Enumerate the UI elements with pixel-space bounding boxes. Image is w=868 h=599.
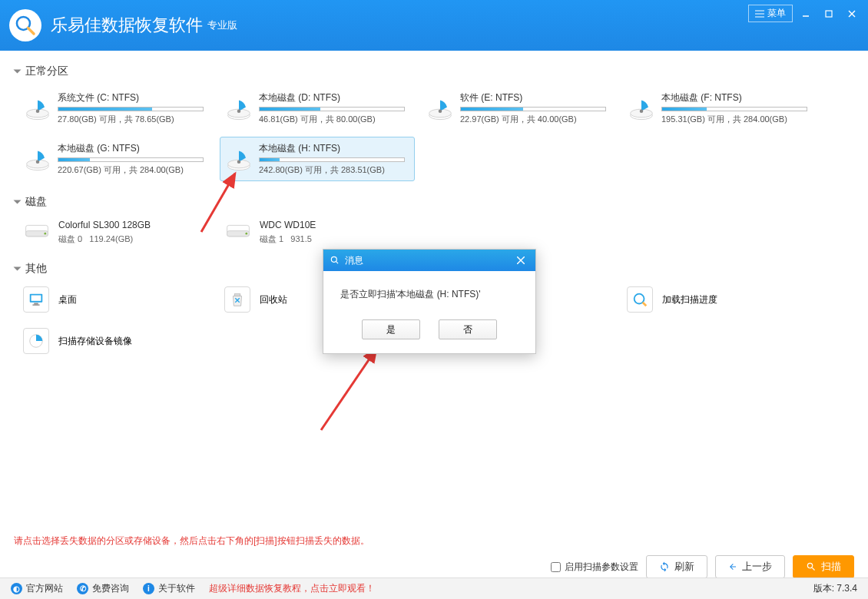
- consult-link[interactable]: ✆免费咨询: [77, 582, 129, 595]
- disk-stats: 磁盘 1 931.5: [260, 233, 316, 245]
- disk-name: Colorful SL300 128GB: [58, 220, 151, 230]
- svg-point-32: [245, 233, 247, 235]
- bottombar: 请点击选择丢失数据的分区或存储设备，然后点击右下角的[扫描]按钮扫描丢失的数据。…: [0, 530, 868, 577]
- drive-icon: [225, 96, 253, 124]
- svg-line-39: [643, 303, 647, 306]
- partition-name: 系统文件 (C: NTFS): [58, 91, 207, 104]
- partition-name: 软件 (E: NTFS): [460, 91, 609, 104]
- collapse-icon: [14, 267, 22, 271]
- dialog-message: 是否立即扫描'本地磁盘 (H: NTFS)': [323, 271, 535, 312]
- previous-button[interactable]: 上一步: [715, 555, 785, 578]
- svg-point-29: [44, 233, 46, 235]
- dialog-yes-button[interactable]: 是: [362, 319, 420, 339]
- other-label: 回收站: [260, 293, 287, 306]
- svg-point-26: [237, 161, 241, 164]
- dialog-close-button[interactable]: [512, 253, 529, 268]
- app-logo: [9, 9, 41, 41]
- svg-point-23: [36, 161, 40, 164]
- minimize-button[interactable]: [796, 5, 816, 22]
- svg-rect-6: [826, 11, 832, 17]
- dialog-no-button[interactable]: 否: [439, 319, 497, 339]
- disk-item[interactable]: WDC WD10E 磁盘 1 931.5: [220, 217, 415, 248]
- app-edition: 专业版: [207, 18, 237, 32]
- svg-rect-37: [234, 294, 240, 296]
- disk-item[interactable]: Colorful SL300 128GB 磁盘 0 119.24(GB): [18, 217, 214, 248]
- recycle-icon: [224, 286, 250, 313]
- svg-point-20: [640, 110, 644, 114]
- svg-rect-34: [31, 296, 41, 301]
- partition-item[interactable]: 本地磁盘 (D: NTFS) 46.81(GB) 可用，共 80.00(GB): [220, 86, 415, 131]
- other-item[interactable]: 桌面: [18, 283, 214, 316]
- arrow-left-icon: [728, 562, 737, 571]
- titlebar: 乐易佳数据恢复软件 专业版 菜单: [0, 0, 868, 51]
- section-partitions-header[interactable]: 正常分区: [15, 65, 853, 78]
- partition-item[interactable]: 本地磁盘 (F: NTFS) 195.31(GB) 可用，共 284.00(GB…: [622, 86, 817, 131]
- usage-bar: [259, 107, 405, 111]
- svg-line-44: [321, 349, 376, 430]
- collapse-icon: [14, 70, 22, 74]
- dialog-titlebar: 消息: [323, 250, 535, 271]
- website-link[interactable]: ◐官方网站: [11, 582, 63, 595]
- close-button[interactable]: [842, 5, 862, 22]
- partition-stats: 46.81(GB) 可用，共 80.00(GB): [259, 114, 408, 125]
- partition-stats: 27.80(GB) 可用，共 78.65(GB): [58, 114, 207, 125]
- app-title: 乐易佳数据恢复软件: [51, 14, 203, 37]
- statusbar: ◐官方网站 ✆免费咨询 i关于软件 超级详细数据恢复教程，点击立即观看！ 版本:…: [0, 577, 868, 599]
- svg-line-1: [28, 28, 34, 34]
- progress-icon: [627, 286, 653, 313]
- section-disks-header[interactable]: 磁盘: [15, 195, 853, 209]
- disk-icon: [224, 221, 252, 243]
- partition-item[interactable]: 本地磁盘 (H: NTFS) 242.80(GB) 可用，共 283.51(GB…: [220, 137, 415, 181]
- other-label: 加载扫描进度: [662, 293, 717, 306]
- globe-icon: ◐: [11, 583, 22, 594]
- partition-item[interactable]: 系统文件 (C: NTFS) 27.80(GB) 可用，共 78.65(GB): [18, 86, 214, 131]
- svg-point-11: [36, 110, 40, 114]
- other-label: 扫描存储设备镜像: [58, 335, 132, 348]
- svg-point-17: [439, 110, 442, 114]
- menu-button[interactable]: 菜单: [748, 5, 793, 22]
- enable-params-checkbox[interactable]: 启用扫描参数设置: [551, 561, 638, 574]
- drive-icon: [24, 147, 51, 174]
- confirm-dialog: 消息 是否立即扫描'本地磁盘 (H: NTFS)' 是 否: [323, 249, 536, 354]
- partition-item[interactable]: 软件 (E: NTFS) 22.97(GB) 可用，共 40.00(GB): [421, 86, 616, 131]
- partition-stats: 220.67(GB) 可用，共 284.00(GB): [58, 164, 207, 176]
- version-label: 版本: 7.3.4: [813, 582, 857, 595]
- partition-name: 本地磁盘 (D: NTFS): [259, 91, 408, 104]
- partition-name: 本地磁盘 (H: NTFS): [259, 142, 408, 155]
- partitions-grid: 系统文件 (C: NTFS) 27.80(GB) 可用，共 78.65(GB) …: [18, 86, 853, 181]
- drive-icon: [24, 96, 51, 124]
- drive-icon: [426, 96, 454, 124]
- usage-bar: [259, 157, 405, 162]
- disk-stats: 磁盘 0 119.24(GB): [58, 233, 151, 245]
- usage-bar: [460, 107, 606, 111]
- svg-point-38: [634, 294, 644, 304]
- usage-bar: [661, 107, 807, 111]
- info-icon: i: [143, 583, 154, 594]
- partition-name: 本地磁盘 (F: NTFS): [661, 91, 810, 104]
- drive-icon: [225, 147, 253, 174]
- partition-name: 本地磁盘 (G: NTFS): [58, 142, 207, 155]
- svg-rect-36: [32, 304, 39, 305]
- collapse-icon: [14, 200, 22, 204]
- dialog-icon: [330, 255, 340, 266]
- other-item[interactable]: 扫描存储设备镜像: [18, 325, 214, 357]
- about-link[interactable]: i关于软件: [143, 582, 195, 595]
- chat-icon: ✆: [77, 583, 88, 594]
- scan-button[interactable]: 扫描: [793, 555, 854, 578]
- svg-line-46: [336, 261, 338, 263]
- disk-name: WDC WD10E: [260, 220, 316, 230]
- refresh-button[interactable]: 刷新: [646, 555, 707, 578]
- usage-bar: [58, 107, 204, 111]
- desktop-icon: [23, 286, 49, 313]
- tutorial-link[interactable]: 超级详细数据恢复教程，点击立即观看！: [209, 582, 375, 595]
- other-label: 桌面: [58, 293, 77, 306]
- partition-item[interactable]: 本地磁盘 (G: NTFS) 220.67(GB) 可用，共 284.00(GB…: [18, 137, 214, 181]
- other-item[interactable]: 加载扫描进度: [622, 283, 817, 316]
- image-icon: [23, 328, 49, 354]
- refresh-icon: [659, 561, 670, 572]
- hint-text: 请点击选择丢失数据的分区或存储设备，然后点击右下角的[扫描]按钮扫描丢失的数据。: [14, 534, 854, 548]
- partition-stats: 195.31(GB) 可用，共 284.00(GB): [661, 114, 810, 125]
- maximize-button[interactable]: [819, 5, 839, 22]
- usage-bar: [58, 157, 204, 162]
- disks-grid: Colorful SL300 128GB 磁盘 0 119.24(GB) WDC…: [18, 217, 853, 248]
